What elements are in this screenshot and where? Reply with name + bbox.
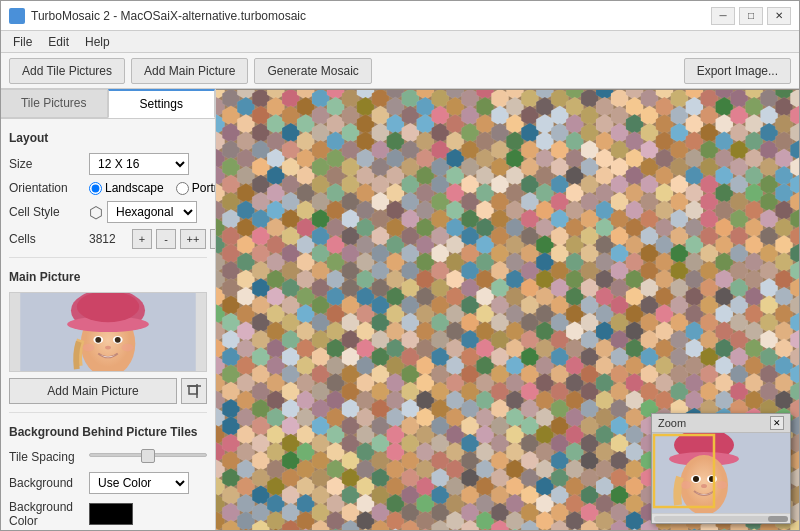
background-select[interactable]: Use Color Transparent Blur	[89, 472, 189, 494]
left-panel: Tile Pictures Settings Layout Size 12 X …	[1, 89, 216, 531]
zoom-box: Zoom ✕	[651, 413, 791, 524]
svg-point-1089	[701, 484, 707, 488]
close-button[interactable]: ✕	[767, 7, 791, 25]
main-picture-title: Main Picture	[9, 270, 207, 284]
background-control: Use Color Transparent Blur	[89, 472, 207, 494]
generate-mosaic-button[interactable]: Generate Mosaic	[254, 58, 371, 84]
cells-control: 3812 + - ++ --	[89, 229, 215, 249]
orientation-row: Orientation Landscape Portrait	[9, 181, 207, 195]
cells-row: Cells 3812 + - ++ --	[9, 229, 207, 249]
cells-decrease-large-button[interactable]: --	[210, 229, 215, 249]
cell-style-label: Cell Style	[9, 205, 89, 219]
cell-style-control: ⬡ Hexagonal Square Circle	[89, 201, 207, 223]
menu-edit[interactable]: Edit	[40, 31, 77, 53]
cell-style-row: Cell Style ⬡ Hexagonal Square Circle	[9, 201, 207, 223]
add-main-picture-button[interactable]: Add Main Picture	[131, 58, 248, 84]
background-color-label: Background Color	[9, 500, 89, 528]
main-area: Tile Pictures Settings Layout Size 12 X …	[1, 89, 799, 531]
mosaic-area: Zoom ✕	[216, 89, 799, 531]
main-picture-image	[10, 293, 206, 371]
zoom-scroll-thumb[interactable]	[768, 516, 788, 522]
svg-point-10	[115, 337, 121, 343]
hexagon-icon: ⬡	[89, 203, 103, 222]
portrait-label: Portrait	[192, 181, 215, 195]
svg-point-1088	[717, 481, 727, 489]
portrait-radio[interactable]	[176, 182, 189, 195]
zoom-scrollbar	[652, 513, 790, 523]
size-control: 12 X 16 8 X 10 16 X 20 20 X 24	[89, 153, 207, 175]
zoom-image	[652, 433, 790, 513]
add-picture-button[interactable]: Add Main Picture	[9, 378, 177, 404]
svg-point-1087	[681, 481, 691, 489]
toolbar: Add Tile Pictures Add Main Picture Gener…	[1, 53, 799, 89]
zoom-header: Zoom ✕	[652, 414, 790, 433]
orientation-label: Orientation	[9, 181, 89, 195]
cells-increase-large-button[interactable]: ++	[180, 229, 206, 249]
tile-spacing-slider[interactable]	[89, 447, 207, 463]
tile-spacing-label: Tile Spacing	[9, 450, 89, 464]
title-bar-controls: ─ □ ✕	[711, 7, 791, 25]
landscape-radio[interactable]	[89, 182, 102, 195]
orientation-control: Landscape Portrait	[89, 181, 215, 195]
svg-rect-14	[189, 386, 197, 394]
export-image-button[interactable]: Export Image...	[684, 58, 791, 84]
svg-point-1085	[693, 476, 699, 482]
background-row: Background Use Color Transparent Blur	[9, 472, 207, 494]
app-icon	[9, 8, 25, 24]
background-color-row: Background Color	[9, 500, 207, 528]
background-color-control	[89, 503, 207, 525]
menu-file[interactable]: File	[5, 31, 40, 53]
svg-point-11	[83, 344, 95, 352]
main-picture-section: Main Picture	[9, 257, 207, 404]
size-row: Size 12 X 16 8 X 10 16 X 20 20 X 24	[9, 153, 207, 175]
tile-spacing-row: Tile Spacing	[9, 447, 207, 466]
zoom-close-button[interactable]: ✕	[770, 416, 784, 430]
portrait-radio-label[interactable]: Portrait	[176, 181, 215, 195]
layout-section-title: Layout	[9, 131, 207, 145]
background-label: Background	[9, 476, 89, 490]
background-section: Background Behind Picture Tiles Tile Spa…	[9, 412, 207, 528]
background-color-swatch[interactable]	[89, 503, 133, 525]
svg-point-12	[122, 344, 134, 352]
menu-help[interactable]: Help	[77, 31, 118, 53]
tab-tile-pictures[interactable]: Tile Pictures	[1, 89, 108, 118]
maximize-button[interactable]: □	[739, 7, 763, 25]
size-label: Size	[9, 157, 89, 171]
window-title: TurboMosaic 2 - MacOSaiX-alternative.tur…	[31, 9, 306, 23]
menu-bar: File Edit Help	[1, 31, 799, 53]
cells-value: 3812	[89, 232, 124, 246]
settings-content: Layout Size 12 X 16 8 X 10 16 X 20 20 X …	[1, 119, 215, 531]
size-select[interactable]: 12 X 16 8 X 10 16 X 20 20 X 24	[89, 153, 189, 175]
title-bar-left: TurboMosaic 2 - MacOSaiX-alternative.tur…	[9, 8, 306, 24]
cells-label: Cells	[9, 232, 89, 246]
minimize-button[interactable]: ─	[711, 7, 735, 25]
main-picture-preview	[9, 292, 207, 372]
landscape-radio-label[interactable]: Landscape	[89, 181, 164, 195]
svg-point-13	[105, 346, 111, 350]
landscape-label: Landscape	[105, 181, 164, 195]
cell-style-select[interactable]: Hexagonal Square Circle	[107, 201, 197, 223]
tab-bar: Tile Pictures Settings	[1, 89, 215, 119]
add-tile-pictures-button[interactable]: Add Tile Pictures	[9, 58, 125, 84]
zoom-title: Zoom	[658, 417, 686, 429]
background-section-title: Background Behind Picture Tiles	[9, 425, 207, 439]
tile-spacing-slider-container	[89, 447, 207, 466]
cells-decrease-button[interactable]: -	[156, 229, 176, 249]
zoom-scroll-track	[654, 516, 788, 522]
svg-point-9	[95, 337, 101, 343]
zoom-content	[652, 433, 790, 513]
cells-increase-button[interactable]: +	[132, 229, 152, 249]
tab-settings[interactable]: Settings	[108, 89, 216, 118]
add-main-btn-row: Add Main Picture	[9, 378, 207, 404]
crop-icon	[187, 384, 201, 398]
title-bar: TurboMosaic 2 - MacOSaiX-alternative.tur…	[1, 1, 799, 31]
crop-button[interactable]	[181, 378, 207, 404]
